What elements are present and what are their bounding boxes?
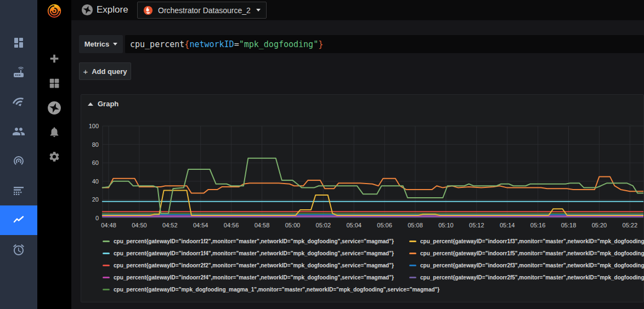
svg-text:05:12: 05:12 [469, 222, 484, 228]
app-nav-sidebar [0, 0, 37, 309]
explore-page: Explore Orchestrator Datasource_2 Metric… [0, 0, 644, 309]
legend-item[interactable]: cpu_percent{gatewayID="indoorr2f2",monit… [103, 259, 439, 271]
configuration-gear-icon [48, 151, 60, 163]
network-list-icon [12, 184, 25, 197]
sidebar-item-tracking[interactable] [0, 146, 37, 176]
wifi-icon [12, 95, 25, 108]
plus-icon [48, 53, 60, 65]
access-point-icon [12, 66, 25, 79]
svg-text:05:00: 05:00 [285, 222, 301, 228]
legend-series-swatch [409, 277, 416, 278]
legend-series-label: cpu_percent{gatewayID="indoorr2f5",monit… [420, 274, 644, 281]
svg-text:0: 0 [95, 215, 99, 221]
grafana-explore-item[interactable] [37, 97, 71, 119]
grafana-configuration-item[interactable] [37, 146, 71, 168]
grafana-alerting-item[interactable] [37, 121, 71, 143]
query-mode-label: Metrics [84, 40, 110, 48]
sidebar-item-subscribers[interactable] [0, 117, 37, 146]
legend-item[interactable]: cpu_percent{gatewayID="mpk_dogfooding_ma… [103, 283, 439, 295]
svg-text:40: 40 [92, 178, 99, 185]
svg-text:05:22: 05:22 [623, 222, 638, 228]
datasource-picker[interactable]: Orchestrator Datasource_2 [137, 2, 267, 19]
add-query-label: Add query [92, 67, 127, 76]
legend-series-label: cpu_percent{gatewayID="indoorr1f4",monit… [114, 250, 394, 256]
explore-header: Explore Orchestrator Datasource_2 [71, 0, 644, 20]
svg-text:05:16: 05:16 [530, 222, 546, 228]
svg-text:04:56: 04:56 [224, 222, 239, 228]
legend-item[interactable]: cpu_percent{gatewayID="indoorr2f5",monit… [409, 271, 644, 283]
dashboard-icon [12, 36, 25, 49]
svg-text:04:58: 04:58 [255, 222, 270, 228]
legend-series-swatch [103, 265, 110, 266]
legend-series-swatch [409, 265, 416, 266]
chevron-down-icon [256, 9, 261, 12]
query-input[interactable]: cpu_percent{networkID="mpk_dogfooding"} [125, 35, 644, 53]
query-expression: cpu_percent{networkID="mpk_dogfooding"} [125, 39, 323, 49]
legend-series-swatch [409, 241, 416, 242]
add-query-button[interactable]: + Add query [79, 62, 131, 80]
legend-item[interactable]: cpu_percent{gatewayID="indoorr1f3",monit… [409, 235, 644, 247]
sidebar-item-network[interactable] [0, 87, 37, 117]
chart-canvas[interactable]: 02040608010004:4804:5004:5204:5404:5604:… [81, 120, 643, 230]
legend-item[interactable]: cpu_percent{gatewayID="indoorr1f4",monit… [103, 247, 439, 259]
alarm-clock-icon [12, 243, 25, 256]
svg-text:05:06: 05:06 [377, 222, 392, 228]
legend-item[interactable]: cpu_percent{gatewayID="indoorr1f2",monit… [103, 235, 439, 247]
legend-series-label: cpu_percent{gatewayID="indoorr1f3",monit… [420, 238, 644, 244]
svg-text:80: 80 [92, 141, 99, 148]
svg-text:04:52: 04:52 [162, 222, 178, 228]
grafana-logo-icon [46, 3, 63, 19]
panel-title: Graph [98, 100, 118, 108]
radar-icon [12, 154, 25, 168]
legend-series-label: cpu_percent{gatewayID="indoorr2f4",monit… [114, 274, 394, 281]
sidebar-item-dashboard[interactable] [0, 28, 37, 58]
explore-compass-icon [47, 101, 61, 115]
legend-column-2: cpu_percent{gatewayID="indoorr1f3",monit… [409, 235, 644, 283]
graph-panel-header[interactable]: Graph [88, 100, 118, 108]
legend-item[interactable]: cpu_percent{gatewayID="indoorr2f4",monit… [103, 271, 439, 283]
explore-icon [81, 4, 93, 16]
grafana-logo[interactable] [37, 0, 71, 22]
svg-text:05:18: 05:18 [561, 222, 577, 228]
plus-icon: + [83, 67, 88, 76]
legend-series-swatch [409, 253, 416, 254]
legend-series-label: cpu_percent{gatewayID="indoorr2f3",monit… [420, 262, 644, 268]
legend-series-swatch [103, 241, 110, 242]
sidebar-item-alarms[interactable] [0, 235, 37, 265]
svg-text:20: 20 [92, 196, 99, 203]
legend-series-label: cpu_percent{gatewayID="mpk_dogfooding_ma… [114, 287, 439, 293]
graph-panel: Graph 02040608010004:4804:5004:5204:5404… [81, 94, 644, 302]
metrics-chart-icon [12, 214, 25, 227]
legend-series-label: cpu_percent{gatewayID="indoorr1f5",monit… [420, 250, 644, 256]
sidebar-item-network-list[interactable] [0, 176, 37, 205]
svg-text:04:54: 04:54 [193, 222, 208, 228]
svg-text:05:02: 05:02 [316, 222, 331, 228]
legend-series-label: cpu_percent{gatewayID="indoorr2f2",monit… [114, 262, 394, 268]
collapse-icon [88, 102, 93, 106]
users-icon [12, 125, 25, 138]
chevron-down-icon [113, 43, 117, 45]
legend-column-1: cpu_percent{gatewayID="indoorr1f2",monit… [103, 235, 439, 295]
sidebar-item-equipment[interactable] [0, 58, 37, 87]
query-mode-dropdown[interactable]: Metrics [79, 35, 123, 53]
sidebar-item-metrics[interactable] [0, 205, 37, 235]
alerting-bell-icon [48, 126, 60, 138]
grafana-create-item[interactable] [37, 48, 71, 70]
svg-text:04:48: 04:48 [101, 222, 116, 228]
legend-series-label: cpu_percent{gatewayID="indoorr1f2",monit… [114, 238, 394, 244]
grafana-sidebar [37, 0, 71, 309]
datasource-name: Orchestrator Datasource_2 [158, 6, 251, 15]
legend-series-swatch [103, 277, 110, 278]
prometheus-icon [143, 5, 153, 15]
legend-series-swatch [103, 253, 110, 254]
svg-text:04:50: 04:50 [132, 222, 147, 228]
svg-text:05:08: 05:08 [408, 222, 423, 228]
grafana-dashboards-item[interactable] [37, 72, 71, 94]
svg-text:100: 100 [89, 123, 99, 129]
svg-text:05:04: 05:04 [346, 222, 361, 228]
legend-item[interactable]: cpu_percent{gatewayID="indoorr2f3",monit… [409, 259, 644, 271]
svg-text:05:14: 05:14 [500, 222, 515, 228]
legend-series-swatch [103, 289, 110, 290]
legend-item[interactable]: cpu_percent{gatewayID="indoorr1f5",monit… [409, 247, 644, 259]
page-title: Explore [97, 4, 128, 15]
